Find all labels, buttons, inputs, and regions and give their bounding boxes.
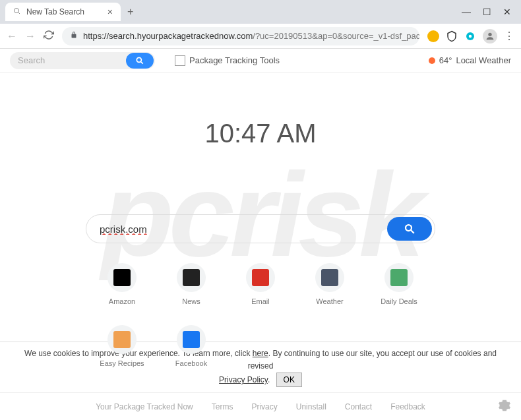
shortcut-icon [246, 263, 275, 292]
svg-point-0 [15, 9, 19, 13]
footer-link-feedback[interactable]: Feedback [390, 402, 425, 411]
extension-icon-1[interactable] [427, 30, 439, 42]
mini-search-bar[interactable]: Search [10, 52, 155, 69]
browser-tab[interactable]: New Tab Search × [5, 3, 121, 21]
shortcut-label: News [182, 297, 200, 305]
shortcut-label: Facebook [175, 359, 207, 367]
sun-icon [429, 57, 435, 64]
main-search-bar [86, 214, 435, 243]
minimize-button[interactable]: — [462, 7, 471, 17]
svg-point-7 [406, 225, 412, 231]
footer-link-privacy[interactable]: Privacy [251, 402, 277, 411]
footer-link-your-package-tracked-now[interactable]: Your Package Tracked Now [96, 402, 193, 411]
search-icon [13, 7, 21, 16]
svg-point-4 [488, 32, 491, 36]
reload-button[interactable] [44, 30, 54, 43]
address-bar[interactable]: https://search.hyourpackagetrackednow.co… [62, 27, 419, 45]
svg-line-6 [141, 61, 143, 63]
profile-avatar[interactable] [483, 29, 497, 44]
privacy-policy-link[interactable]: Privacy Policy [219, 375, 268, 384]
shortcut-daily-deals[interactable]: Daily Deals [373, 263, 425, 305]
shortcut-label: Weather [316, 297, 343, 305]
tab-title: New Tab Search [26, 7, 84, 16]
svg-point-3 [469, 34, 472, 38]
gear-icon[interactable] [498, 399, 511, 414]
nav-bar: ← → https://search.hyourpackagetrackedno… [0, 24, 521, 49]
shortcuts-grid: AmazonNewsEmailWeatherDaily DealsEasy Re… [96, 263, 425, 367]
shortcut-facebook[interactable]: Facebook [165, 325, 218, 367]
shortcut-icon [177, 263, 206, 292]
shortcut-icon [107, 325, 137, 354]
window-controls: — ☐ ✕ [462, 7, 521, 17]
lock-icon [70, 31, 78, 41]
svg-line-8 [411, 230, 414, 233]
shortcut-label: Easy Recipes [100, 359, 144, 367]
extension-icons: ⋮ [427, 29, 514, 44]
footer-link-terms[interactable]: Terms [212, 402, 233, 411]
main-search-input[interactable] [100, 224, 387, 235]
shortcut-easy-recipes[interactable]: Easy Recipes [96, 325, 148, 367]
shortcut-label: Daily Deals [381, 297, 417, 305]
menu-button[interactable]: ⋮ [504, 30, 514, 42]
shortcut-label: Amazon [109, 297, 135, 305]
forward-button[interactable]: → [25, 30, 36, 42]
close-window-button[interactable]: ✕ [503, 7, 511, 17]
weather-temp: 64° [439, 55, 452, 65]
browser-chrome: New Tab Search × + — ☐ ✕ ← → https://sea… [0, 0, 521, 49]
weather-widget[interactable]: 64° Local Weather [429, 55, 511, 65]
shortcut-email[interactable]: Email [234, 263, 287, 305]
footer-link-contact[interactable]: Contact [345, 402, 372, 411]
footer-link-uninstall[interactable]: Uninstall [296, 402, 326, 411]
shortcut-amazon[interactable]: Amazon [96, 263, 148, 305]
shortcut-icon [177, 325, 206, 354]
toolbar-app-label: Package Tracking Tools [189, 55, 280, 65]
svg-point-5 [137, 57, 141, 62]
clock: 10:47 AM [204, 119, 316, 148]
shortcut-news[interactable]: News [165, 263, 218, 305]
mini-search-placeholder: Search [18, 55, 45, 65]
back-button[interactable]: ← [7, 30, 17, 42]
main-content: pcrisk 10:47 AM AmazonNewsEmailWeatherDa… [0, 73, 521, 369]
weather-label: Local Weather [456, 55, 511, 65]
mini-search-button[interactable] [126, 53, 154, 69]
package-icon [175, 55, 185, 66]
footer: Your Package Tracked NowTermsPrivacyUnin… [0, 392, 521, 420]
toolbar-app-link[interactable]: Package Tracking Tools [175, 55, 280, 66]
app-toolbar: Search Package Tracking Tools 64° Local … [0, 49, 521, 73]
shortcut-icon [315, 263, 344, 292]
shortcut-icon [384, 263, 414, 292]
new-tab-button[interactable]: + [127, 6, 133, 18]
close-icon[interactable]: × [107, 7, 113, 17]
svg-line-1 [18, 13, 20, 15]
shield-icon[interactable] [446, 30, 458, 42]
shortcut-label: Email [251, 297, 270, 305]
main-search-button[interactable] [387, 217, 432, 241]
shortcut-icon [107, 263, 137, 292]
shortcut-weather[interactable]: Weather [303, 263, 356, 305]
maximize-button[interactable]: ☐ [483, 7, 491, 17]
location-icon[interactable] [464, 30, 476, 42]
url-text: https://search.hyourpackagetrackednow.co… [83, 31, 419, 41]
cookie-ok-button[interactable]: OK [276, 373, 302, 387]
tab-bar: New Tab Search × + — ☐ ✕ [0, 0, 521, 24]
